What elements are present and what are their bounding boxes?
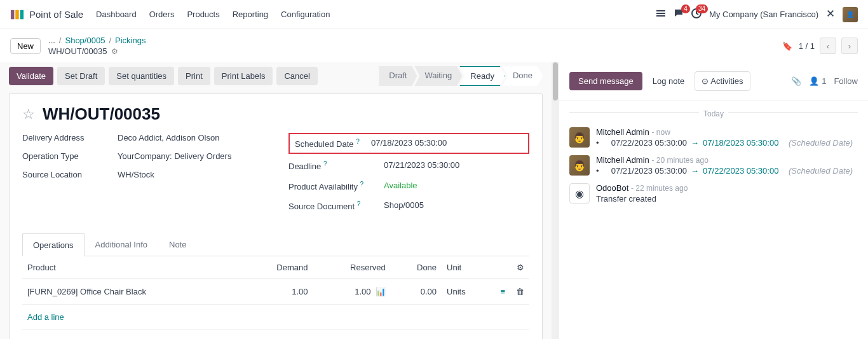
breadcrumb-pickings[interactable]: Pickings xyxy=(115,36,146,45)
message-author[interactable]: Mitchell Admin xyxy=(596,127,649,137)
message-body: • 07/21/2023 05:30:00 → 07/22/2023 05:30… xyxy=(596,166,858,176)
send-message-button[interactable]: Send message xyxy=(569,72,642,90)
help-icon[interactable]: ? xyxy=(323,160,327,167)
company-selector[interactable]: My Company (San Francisco) xyxy=(709,10,818,19)
help-icon[interactable]: ? xyxy=(360,181,364,188)
cancel-button[interactable]: Cancel xyxy=(276,67,317,85)
nav-dashboard[interactable]: Dashboard xyxy=(96,10,137,19)
detail-icon[interactable]: ≡ xyxy=(500,287,505,296)
bot-avatar[interactable]: ◉ xyxy=(569,183,590,204)
status-waiting[interactable]: Waiting xyxy=(414,66,462,86)
avatar[interactable]: 👨 xyxy=(569,127,590,148)
svg-rect-2 xyxy=(20,10,24,19)
delivery-address-label: Delivery Address xyxy=(22,133,118,142)
app-logo[interactable] xyxy=(10,8,24,22)
record-title: WH/OUT/00035 xyxy=(43,104,160,124)
validate-button[interactable]: Validate xyxy=(9,67,53,85)
operation-type-label: Operation Type xyxy=(22,151,118,161)
help-icon[interactable]: ? xyxy=(356,138,360,145)
bookmark-icon[interactable]: 🔖 xyxy=(782,41,792,51)
operation-type-value[interactable]: YourCompany: Delivery Orders xyxy=(118,151,231,161)
col-product[interactable]: Product xyxy=(22,256,242,279)
delete-icon[interactable]: 🗑 xyxy=(516,287,524,296)
nav-products[interactable]: Products xyxy=(187,10,219,19)
gear-icon[interactable]: ⚙ xyxy=(111,47,118,56)
scrollbar[interactable] xyxy=(552,62,559,339)
pager: 1 / 1 ‹ › xyxy=(799,38,858,54)
source-location-label: Source Location xyxy=(22,170,118,179)
nav-configuration[interactable]: Configuration xyxy=(281,10,330,19)
cell-unit[interactable]: Units xyxy=(442,279,491,305)
scheduled-date-label: Scheduled Date ? xyxy=(295,138,371,149)
status-draft[interactable]: Draft xyxy=(379,66,417,86)
tray-icon[interactable] xyxy=(656,8,666,20)
deadline-label: Deadline ? xyxy=(288,160,384,171)
col-reserved[interactable]: Reserved xyxy=(313,256,390,279)
messages-icon[interactable]: 4 xyxy=(674,8,684,20)
app-name[interactable]: Point of Sale xyxy=(29,9,83,20)
activities-badge: 34 xyxy=(696,4,708,13)
notebook-tabs: Operations Additional Info Note xyxy=(22,233,529,256)
cell-demand[interactable]: 1.00 xyxy=(242,279,313,305)
settings-icon[interactable]: ⚙ xyxy=(517,263,524,272)
log-note-button[interactable]: Log note xyxy=(646,72,691,90)
breadcrumb-sep: / xyxy=(109,36,111,45)
cell-reserved[interactable]: 1.00 📊 xyxy=(313,279,390,305)
table-row[interactable]: [FURN_0269] Office Chair Black 1.00 1.00… xyxy=(22,279,529,305)
day-separator: Today xyxy=(559,100,868,123)
cell-done[interactable]: 0.00 xyxy=(391,279,442,305)
print-labels-button[interactable]: Print Labels xyxy=(214,67,273,85)
breadcrumb-current: WH/OUT/00035 xyxy=(48,46,107,56)
debug-icon[interactable] xyxy=(826,9,835,20)
breadcrumb-shop[interactable]: Shop/0005 xyxy=(65,36,105,45)
user-avatar[interactable]: 👤 xyxy=(843,7,858,22)
set-quantities-button[interactable]: Set quantities xyxy=(109,67,174,85)
svg-rect-5 xyxy=(656,15,665,17)
help-icon[interactable]: ? xyxy=(357,200,361,207)
delivery-address-value[interactable]: Deco Addict, Addison Olson xyxy=(118,133,219,142)
set-draft-button[interactable]: Set Draft xyxy=(57,67,105,85)
message-time: - now xyxy=(651,128,670,137)
status-done[interactable]: Done xyxy=(503,66,543,86)
breadcrumb-dots[interactable]: ... xyxy=(48,36,55,45)
pager-prev[interactable]: ‹ xyxy=(820,38,836,54)
attachment-count[interactable]: 👤 1 xyxy=(809,76,826,86)
message-body: Transfer created xyxy=(596,194,858,204)
favorite-star-icon[interactable]: ☆ xyxy=(22,106,35,123)
nav-reporting[interactable]: Reporting xyxy=(233,10,268,19)
topbar: Point of Sale Dashboard Orders Products … xyxy=(0,0,868,29)
scheduled-date-value[interactable]: 07/18/2023 05:30:00 xyxy=(371,138,447,149)
cell-product[interactable]: [FURN_0269] Office Chair Black xyxy=(22,279,242,305)
col-unit[interactable]: Unit xyxy=(442,256,491,279)
deadline-value[interactable]: 07/21/2023 05:30:00 xyxy=(384,160,459,171)
col-done[interactable]: Done xyxy=(391,256,442,279)
button-box: Validate Set Draft Set quantities Print … xyxy=(9,62,543,90)
status-ready[interactable]: Ready xyxy=(459,66,505,86)
tab-additional-info[interactable]: Additional Info xyxy=(85,233,158,256)
source-location-value[interactable]: WH/Stock xyxy=(118,170,154,179)
attach-icon[interactable]: 📎 xyxy=(791,76,801,86)
add-line-row[interactable]: Add a line xyxy=(22,305,529,330)
tab-operations[interactable]: Operations xyxy=(22,233,85,256)
nav-orders[interactable]: Orders xyxy=(149,10,175,19)
source-document-value[interactable]: Shop/0005 xyxy=(384,200,424,211)
add-line[interactable]: Add a line xyxy=(22,305,529,330)
forecast-icon[interactable]: 📊 xyxy=(376,287,386,296)
operations-table: Product Demand Reserved Done Unit ⚙ [FUR… xyxy=(22,256,529,339)
scheduled-date-row: Scheduled Date ? 07/18/2023 05:30:00 xyxy=(288,133,529,154)
message-author[interactable]: Mitchell Admin xyxy=(596,155,649,165)
new-button[interactable]: New xyxy=(10,38,41,54)
availability-value: Available xyxy=(384,181,417,191)
col-demand[interactable]: Demand xyxy=(242,256,313,279)
message-author[interactable]: OdooBot xyxy=(596,183,628,193)
print-button[interactable]: Print xyxy=(178,67,210,85)
pager-next[interactable]: › xyxy=(841,38,858,54)
activities-icon[interactable]: 34 xyxy=(691,8,702,20)
activities-button[interactable]: ⊙ Activities xyxy=(695,71,750,91)
tab-note[interactable]: Note xyxy=(158,233,197,256)
avatar[interactable]: 👨 xyxy=(569,155,590,176)
message-body: • 07/22/2023 05:30:00 → 07/18/2023 05:30… xyxy=(596,138,858,148)
message-time: - 20 minutes ago xyxy=(651,156,708,165)
follow-button[interactable]: Follow xyxy=(834,76,858,86)
chatter-topbar: Send message Log note ⊙ Activities 📎 👤 1… xyxy=(559,62,868,100)
